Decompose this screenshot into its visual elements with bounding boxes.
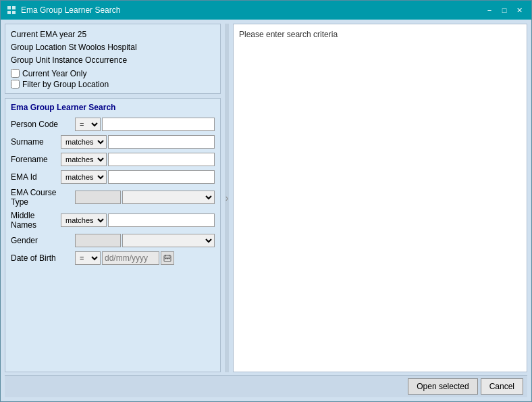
person-code-label: Person Code bbox=[11, 120, 75, 129]
ema-id-operator[interactable]: matchesstarts withends withcontains bbox=[61, 170, 107, 184]
window-controls: − □ ✕ bbox=[483, 4, 526, 16]
svg-rect-2 bbox=[7, 11, 11, 14]
forename-controls: matchesstarts withends withcontains bbox=[61, 153, 215, 166]
info-box: Current EMA year 25 Group Location St Wo… bbox=[5, 24, 221, 94]
middle-names-operator[interactable]: matchesstarts withends withcontains bbox=[61, 213, 107, 227]
person-code-row: Person Code =!=<> bbox=[11, 118, 215, 131]
left-panel: Current EMA year 25 Group Location St Wo… bbox=[5, 24, 221, 372]
ema-course-type-dropdown[interactable] bbox=[122, 191, 215, 204]
filter-by-group-location-checkbox[interactable] bbox=[11, 80, 20, 89]
divider-handle[interactable] bbox=[225, 24, 229, 372]
gender-controls bbox=[75, 234, 215, 247]
forename-label: Forename bbox=[11, 155, 61, 164]
date-of-birth-label: Date of Birth bbox=[11, 253, 75, 263]
gender-label: Gender bbox=[11, 236, 75, 245]
surname-operator[interactable]: matchesstarts withends withcontains bbox=[61, 135, 107, 149]
filter-by-group-location-row: Filter by Group Location bbox=[11, 80, 215, 89]
current-year-only-checkbox[interactable] bbox=[11, 69, 20, 78]
svg-rect-3 bbox=[12, 11, 16, 14]
search-box: Ema Group Learner Search Person Code =!=… bbox=[5, 98, 221, 372]
filter-by-group-location-label: Filter by Group Location bbox=[22, 80, 109, 89]
date-of-birth-controls: =!=<> bbox=[75, 251, 215, 265]
maximize-button[interactable]: □ bbox=[498, 4, 511, 16]
person-code-controls: =!=<> bbox=[75, 118, 215, 131]
surname-input[interactable] bbox=[108, 135, 215, 149]
svg-rect-1 bbox=[12, 6, 16, 9]
forename-input[interactable] bbox=[108, 153, 215, 166]
window-title: Ema Group Learner Search bbox=[21, 5, 483, 15]
ema-id-input[interactable] bbox=[108, 170, 215, 184]
right-panel: Please enter search criteria bbox=[233, 24, 527, 372]
middle-names-controls: matchesstarts withends withcontains bbox=[61, 213, 215, 227]
middle-names-label: Middle Names bbox=[11, 211, 61, 230]
current-year-only-row: Current Year Only bbox=[11, 69, 215, 78]
surname-label: Surname bbox=[11, 137, 61, 147]
middle-names-row: Middle Names matchesstarts withends with… bbox=[11, 211, 215, 230]
gender-code-input[interactable] bbox=[75, 234, 121, 247]
group-unit: Group Unit Instance Occurrence bbox=[11, 54, 215, 67]
gender-row: Gender bbox=[11, 234, 215, 247]
search-prompt: Please enter search criteria bbox=[239, 30, 338, 39]
app-icon bbox=[6, 5, 17, 16]
date-of-birth-row: Date of Birth =!=<> bbox=[11, 251, 215, 265]
middle-names-input[interactable] bbox=[108, 213, 215, 227]
minimize-button[interactable]: − bbox=[483, 4, 496, 16]
forename-operator[interactable]: matchesstarts withends withcontains bbox=[61, 153, 107, 166]
main-content: Current EMA year 25 Group Location St Wo… bbox=[5, 24, 527, 372]
ema-course-type-controls bbox=[75, 191, 215, 204]
svg-rect-10 bbox=[169, 258, 170, 259]
title-bar: Ema Group Learner Search − □ ✕ bbox=[1, 1, 531, 20]
gender-dropdown[interactable] bbox=[122, 234, 215, 247]
window-body: Current EMA year 25 Group Location St Wo… bbox=[1, 20, 531, 401]
person-code-operator[interactable]: =!=<> bbox=[75, 118, 101, 131]
ema-id-row: EMA Id matchesstarts withends withcontai… bbox=[11, 170, 215, 184]
main-window: Ema Group Learner Search − □ ✕ Current E… bbox=[0, 0, 532, 402]
ema-id-label: EMA Id bbox=[11, 172, 61, 182]
open-selected-button[interactable]: Open selected bbox=[408, 378, 477, 395]
group-location: Group Location St Woolos Hospital bbox=[11, 41, 215, 54]
person-code-input[interactable] bbox=[102, 118, 215, 131]
ema-course-type-label: EMA Course Type bbox=[11, 188, 75, 207]
surname-row: Surname matchesstarts withends withconta… bbox=[11, 135, 215, 149]
current-year-only-label: Current Year Only bbox=[22, 69, 86, 78]
svg-rect-9 bbox=[167, 258, 168, 259]
footer: Open selected Cancel bbox=[5, 375, 527, 397]
dob-input[interactable] bbox=[102, 251, 159, 265]
ema-course-type-row: EMA Course Type bbox=[11, 188, 215, 207]
svg-rect-0 bbox=[7, 6, 11, 9]
ema-id-controls: matchesstarts withends withcontains bbox=[61, 170, 215, 184]
calendar-button[interactable] bbox=[161, 251, 174, 265]
search-box-title: Ema Group Learner Search bbox=[11, 103, 215, 112]
forename-row: Forename matchesstarts withends withcont… bbox=[11, 153, 215, 166]
cancel-button[interactable]: Cancel bbox=[481, 378, 523, 395]
surname-controls: matchesstarts withends withcontains bbox=[61, 135, 215, 149]
close-button[interactable]: ✕ bbox=[512, 4, 526, 16]
ema-course-type-code[interactable] bbox=[75, 191, 121, 204]
dob-operator[interactable]: =!=<> bbox=[75, 251, 101, 265]
svg-rect-8 bbox=[165, 258, 167, 259]
current-ema-year: Current EMA year 25 bbox=[11, 28, 215, 41]
